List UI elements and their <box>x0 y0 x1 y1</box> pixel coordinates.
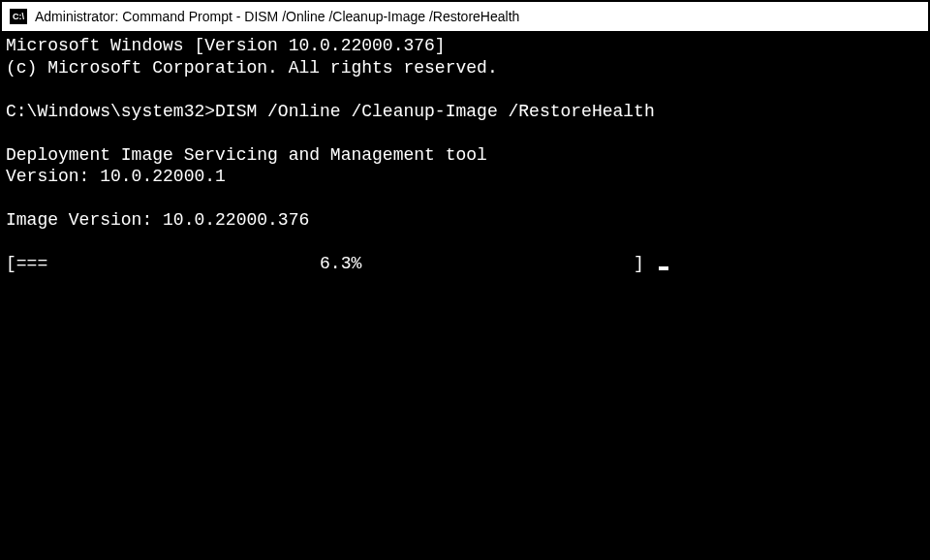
progress-bar: [=== 6.3% ] <box>6 254 655 273</box>
image-version: Image Version: 10.0.22000.376 <box>6 210 309 230</box>
titlebar[interactable]: C:\ Administrator: Command Prompt - DISM… <box>2 2 928 31</box>
window-title: Administrator: Command Prompt - DISM /On… <box>35 9 519 24</box>
dism-version: Version: 10.0.22000.1 <box>6 167 226 186</box>
copyright-line: (c) Microsoft Corporation. All rights re… <box>6 58 498 78</box>
command-prompt-line: C:\Windows\system32>DISM /Online /Cleanu… <box>6 102 655 121</box>
command-prompt-window: C:\ Administrator: Command Prompt - DISM… <box>0 0 930 560</box>
terminal-output[interactable]: Microsoft Windows [Version 10.0.22000.37… <box>2 31 928 558</box>
cursor <box>659 266 668 270</box>
cmd-icon: C:\ <box>10 9 27 24</box>
os-version-line: Microsoft Windows [Version 10.0.22000.37… <box>6 36 446 55</box>
dism-tool-name: Deployment Image Servicing and Managemen… <box>6 145 487 165</box>
